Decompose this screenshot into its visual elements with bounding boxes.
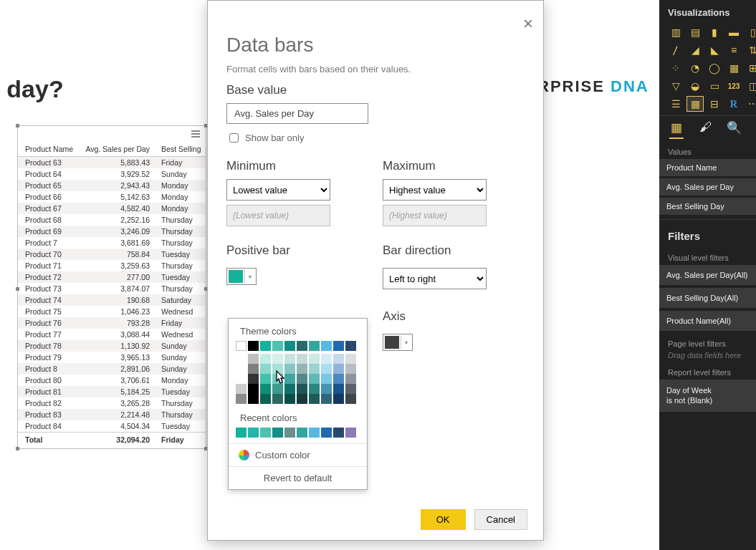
color-swatch[interactable] bbox=[272, 394, 283, 404]
minimum-select[interactable]: Lowest value bbox=[226, 179, 330, 201]
color-swatch[interactable] bbox=[297, 384, 307, 394]
table-row[interactable]: Product 733,874.07Thursday bbox=[18, 283, 206, 294]
color-swatch[interactable] bbox=[236, 341, 247, 351]
color-swatch[interactable] bbox=[309, 354, 320, 364]
viz-card-icon[interactable]: ▭ bbox=[707, 79, 722, 93]
viz-gauge-icon[interactable]: ◒ bbox=[687, 79, 703, 93]
viz-100-column-icon[interactable]: ▯ bbox=[745, 25, 756, 39]
viz-line-icon[interactable]: 〳 bbox=[668, 43, 684, 57]
color-swatch[interactable] bbox=[321, 394, 332, 404]
table-row[interactable]: Product 781,130.92Sunday bbox=[18, 340, 206, 352]
recent-color-swatch[interactable] bbox=[236, 428, 247, 438]
col-day[interactable]: Best Selling bbox=[154, 142, 206, 157]
viz-stacked-bar-icon[interactable]: ▥ bbox=[668, 25, 684, 39]
visual-filter-pill[interactable]: Product Name(All) bbox=[659, 311, 756, 331]
table-row[interactable]: Product 674,582.40Monday bbox=[18, 203, 206, 214]
table-row[interactable]: Product 73,681.69Thursday bbox=[18, 237, 206, 249]
close-icon[interactable]: × bbox=[523, 14, 533, 34]
viz-map-icon[interactable]: ⊞ bbox=[745, 61, 756, 75]
color-swatch[interactable] bbox=[321, 364, 332, 374]
table-row[interactable]: Product 823,265.28Thursday bbox=[18, 397, 206, 409]
color-swatch[interactable] bbox=[333, 354, 344, 364]
color-swatch[interactable] bbox=[284, 374, 295, 384]
color-swatch[interactable] bbox=[309, 394, 320, 404]
color-swatch[interactable] bbox=[309, 341, 320, 351]
color-swatch[interactable] bbox=[297, 341, 307, 351]
color-swatch[interactable] bbox=[272, 384, 283, 394]
recent-color-swatch[interactable] bbox=[333, 428, 344, 438]
table-row[interactable]: Product 682,252.16Thursday bbox=[18, 214, 206, 226]
report-filter-pill[interactable]: Day of Week is not (Blank) bbox=[659, 380, 756, 412]
table-row[interactable]: Product 693,246.09Thursday bbox=[18, 226, 206, 237]
viz-table-icon[interactable]: ▦ bbox=[687, 97, 703, 111]
color-swatch[interactable] bbox=[297, 374, 307, 384]
color-swatch[interactable] bbox=[333, 341, 344, 351]
color-swatch[interactable] bbox=[236, 374, 247, 384]
color-swatch[interactable] bbox=[284, 384, 295, 394]
cancel-button[interactable]: Cancel bbox=[474, 509, 527, 530]
color-swatch[interactable] bbox=[260, 341, 271, 351]
viz-clustered-bar-icon[interactable]: ▤ bbox=[687, 25, 703, 39]
color-swatch[interactable] bbox=[309, 364, 320, 374]
color-swatch[interactable] bbox=[272, 374, 283, 384]
color-swatch[interactable] bbox=[260, 374, 271, 384]
table-row[interactable]: Product 74190.68Saturday bbox=[18, 294, 206, 306]
table-row[interactable]: Product 643,929.52Sunday bbox=[18, 168, 206, 180]
table-row[interactable]: Product 82,891.06Sunday bbox=[18, 363, 206, 375]
recent-color-swatch[interactable] bbox=[260, 428, 271, 438]
field-pill[interactable]: Avg. Sales per Day bbox=[659, 178, 756, 196]
recent-color-swatch[interactable] bbox=[248, 428, 259, 438]
color-swatch[interactable] bbox=[284, 364, 295, 374]
field-pill[interactable]: Product Name bbox=[659, 159, 756, 176]
color-swatch[interactable] bbox=[248, 341, 259, 351]
table-row[interactable]: Product 815,184.25Tuesday bbox=[18, 386, 206, 397]
table-row[interactable]: Product 76793.28Friday bbox=[18, 317, 206, 329]
visual-menu-icon[interactable] bbox=[191, 130, 200, 138]
viz-r-script-icon[interactable]: R bbox=[726, 97, 742, 111]
color-swatch[interactable] bbox=[321, 374, 332, 384]
table-row[interactable]: Product 713,259.63Thursday bbox=[18, 260, 206, 271]
table-row[interactable]: Product 751,046.23Wednesd bbox=[18, 306, 206, 317]
color-swatch[interactable] bbox=[248, 384, 259, 394]
color-swatch[interactable] bbox=[333, 384, 344, 394]
recent-color-swatch[interactable] bbox=[272, 428, 283, 438]
recent-color-swatch[interactable] bbox=[309, 428, 320, 438]
color-swatch[interactable] bbox=[260, 354, 271, 364]
table-row[interactable]: Product 803,706.61Monday bbox=[18, 375, 206, 386]
table-row[interactable]: Product 635,883.43Friday bbox=[18, 157, 206, 169]
analytics-tab-icon[interactable]: 🔍 bbox=[727, 120, 741, 139]
maximum-select[interactable]: Highest value bbox=[383, 179, 487, 201]
color-swatch[interactable] bbox=[284, 394, 295, 404]
viz-area-icon[interactable]: ◢ bbox=[687, 43, 703, 57]
bar-direction-select[interactable]: Left to right bbox=[383, 268, 487, 289]
base-value-input[interactable]: Avg. Sales per Day bbox=[226, 103, 368, 124]
axis-color-dropdown[interactable]: ▾ bbox=[383, 334, 413, 351]
color-swatch[interactable] bbox=[260, 384, 271, 394]
viz-scatter-icon[interactable]: ⁘ bbox=[668, 61, 684, 75]
viz-slicer-icon[interactable]: ☰ bbox=[668, 97, 684, 111]
show-bar-only-checkbox[interactable]: Show bar only bbox=[226, 131, 525, 145]
color-swatch[interactable] bbox=[333, 394, 344, 404]
color-swatch[interactable] bbox=[345, 374, 356, 384]
color-swatch[interactable] bbox=[248, 364, 259, 374]
col-product[interactable]: Product Name bbox=[18, 142, 78, 157]
color-swatch[interactable] bbox=[309, 374, 320, 384]
color-swatch[interactable] bbox=[333, 364, 344, 374]
color-swatch[interactable] bbox=[236, 354, 247, 364]
table-row[interactable]: Product 793,965.13Sunday bbox=[18, 352, 206, 363]
color-swatch[interactable] bbox=[260, 364, 271, 374]
viz-kpi-icon[interactable]: ◫ bbox=[745, 79, 756, 93]
visual-filter-pill[interactable]: Avg. Sales per Day(All) bbox=[659, 265, 756, 285]
viz-pie-icon[interactable]: ◔ bbox=[687, 61, 703, 75]
color-swatch[interactable] bbox=[345, 394, 356, 404]
color-swatch[interactable] bbox=[272, 354, 283, 364]
viz-funnel-icon[interactable]: ▽ bbox=[668, 79, 684, 93]
viz-stacked-area-icon[interactable]: ◣ bbox=[707, 43, 722, 57]
color-swatch[interactable] bbox=[321, 384, 332, 394]
table-row[interactable]: Product 665,142.63Monday bbox=[18, 191, 206, 203]
table-row[interactable]: Product 844,504.34Tuesday bbox=[18, 420, 206, 433]
recent-color-swatch[interactable] bbox=[297, 428, 307, 438]
viz-ribbon-icon[interactable]: ≡ bbox=[726, 43, 742, 57]
viz-stacked-column-icon[interactable]: ▮ bbox=[707, 25, 722, 39]
ok-button[interactable]: OK bbox=[421, 509, 466, 530]
